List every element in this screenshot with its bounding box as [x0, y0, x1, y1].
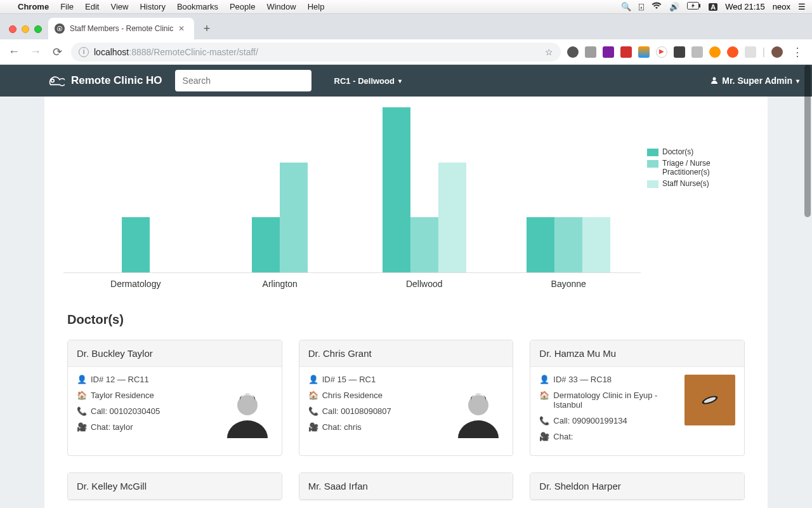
battery-icon[interactable] [687, 2, 701, 11]
chart-bar-group [527, 217, 610, 272]
chart-category-label: Dermatology [110, 279, 160, 289]
doctor-card[interactable]: Dr. Sheldon Harper [530, 472, 745, 500]
doctor-card[interactable]: Dr. Chris Grant👤ID# 15 — RC1🏠Chris Resid… [299, 340, 514, 456]
doctor-card[interactable]: Mr. Saad Irfan [299, 472, 514, 500]
site-info-icon[interactable]: i [79, 47, 89, 57]
doctor-chat: Chat: [553, 432, 573, 441]
staff-distribution-chart: DermatologyArlingtonDellwoodBayonne Doct… [63, 103, 749, 293]
video-icon: 🎥 [308, 422, 317, 432]
scrollbar[interactable] [804, 65, 811, 217]
extension-icon[interactable] [745, 46, 756, 58]
menu-edit[interactable]: Edit [85, 2, 99, 11]
tab-title: Staff Members - Remote Clinic [70, 24, 173, 33]
window-controls [5, 25, 48, 39]
chart-bar [554, 217, 582, 272]
window-minimize-button[interactable] [22, 25, 29, 33]
tab-strip: ⦿ Staff Members - Remote Clinic ✕ + [0, 14, 812, 39]
user-menu[interactable]: Mr. Super Admin ▾ [710, 76, 799, 86]
doctor-name: Dr. Kelley McGill [68, 473, 282, 500]
input-source-icon[interactable]: A [709, 3, 717, 11]
menu-bookmarks[interactable]: Bookmarks [177, 2, 218, 11]
system-tray: 🔍 ⌺ 🔊 A Wed 21:15 neox ☰ [621, 2, 806, 11]
chrome-window: ⦿ Staff Members - Remote Clinic ✕ + ← → … [0, 14, 812, 508]
extension-icon[interactable] [674, 46, 685, 58]
menu-help[interactable]: Help [308, 2, 325, 11]
window-zoom-button[interactable] [34, 25, 42, 33]
menu-people[interactable]: People [230, 2, 255, 11]
new-tab-button[interactable]: + [198, 20, 216, 37]
page-content: DermatologyArlingtonDellwoodBayonne Doct… [0, 97, 812, 508]
menu-view[interactable]: View [110, 2, 128, 11]
macos-menubar: Chrome File Edit View History Bookmarks … [0, 0, 812, 14]
extension-icon[interactable] [603, 46, 614, 58]
extension-icon[interactable] [585, 46, 596, 58]
extension-icon[interactable] [638, 46, 650, 58]
volume-icon[interactable]: 🔊 [669, 2, 679, 11]
location-selector[interactable]: RC1 - Dellwood ▾ [334, 76, 402, 86]
extension-icon[interactable] [709, 46, 721, 58]
wifi-icon[interactable] [652, 2, 662, 11]
menu-file[interactable]: File [60, 2, 74, 11]
chart-bar [383, 107, 410, 272]
extension-icon[interactable] [727, 46, 738, 58]
brand[interactable]: Remote Clinic HO [44, 73, 162, 88]
extension-icon[interactable] [620, 46, 632, 58]
back-button[interactable]: ← [6, 45, 22, 58]
chart-category-label: Arlington [263, 279, 298, 289]
chrome-menu-button[interactable]: ⋮ [789, 45, 806, 59]
doctor-name: Dr. Chris Grant [299, 340, 513, 367]
spotlight-icon[interactable]: 🔍 [621, 2, 631, 11]
control-icon[interactable]: ⌺ [639, 2, 644, 11]
chart-bar [438, 163, 466, 272]
chart-bar-group [252, 163, 308, 272]
profile-avatar-icon[interactable] [771, 46, 783, 58]
doctor-card[interactable]: Dr. Hamza Mu Mu👤ID# 33 — RC18🏠Dermatolog… [530, 340, 745, 456]
doctor-chat: Chat: taylor [91, 422, 133, 432]
clock[interactable]: Wed 21:15 [725, 2, 765, 11]
omnibox[interactable]: i localhost:8888/RemoteClinic-master/sta… [71, 43, 561, 62]
menu-history[interactable]: History [140, 2, 165, 11]
chart-bar-group [383, 107, 466, 272]
brand-title: Remote Clinic HO [71, 74, 162, 87]
window-close-button[interactable] [9, 25, 16, 33]
forward-button[interactable]: → [28, 45, 43, 58]
doctors-grid: Dr. Buckley Taylor👤ID# 12 — RC11🏠Taylor … [44, 340, 768, 456]
doctors-grid-row2: Dr. Kelley McGillMr. Saad IrfanDr. Sheld… [44, 472, 768, 500]
doctor-card[interactable]: Dr. Kelley McGill [67, 472, 282, 500]
doctor-address: Chris Residence [322, 391, 383, 400]
bookmark-star-icon[interactable]: ☆ [545, 47, 553, 57]
extension-icon[interactable] [691, 46, 703, 58]
user-icon [710, 76, 718, 86]
chart-bar [582, 217, 610, 272]
extension-icon[interactable]: ▶ [656, 46, 667, 58]
menu-window[interactable]: Window [266, 2, 296, 11]
extension-icon[interactable] [567, 46, 579, 58]
video-icon: 🎥 [77, 422, 86, 432]
section-title: Doctor(s) [67, 312, 768, 327]
doctor-card[interactable]: Dr. Buckley Taylor👤ID# 12 — RC11🏠Taylor … [67, 340, 282, 456]
app-menu[interactable]: Chrome [18, 2, 49, 11]
search-box[interactable] [175, 70, 311, 91]
chart-category-label: Bayonne [551, 279, 586, 289]
doctor-chat: Chat: chris [322, 422, 362, 432]
doctor-call: Call: 090900199134 [553, 416, 627, 425]
chart-category-label: Dellwood [406, 279, 443, 289]
doctor-photo [684, 375, 735, 425]
doctor-name: Dr. Hamza Mu Mu [530, 340, 744, 367]
chart-plot-area: DermatologyArlingtonDellwoodBayonne [63, 103, 641, 273]
reload-button[interactable]: ⟳ [49, 45, 65, 59]
extensions: ▶ | [567, 46, 783, 58]
phone-icon: 📞 [539, 416, 548, 425]
user-icon: 👤 [77, 375, 86, 384]
browser-tab[interactable]: ⦿ Staff Members - Remote Clinic ✕ [48, 18, 194, 39]
content-card: DermatologyArlingtonDellwoodBayonne Doct… [44, 97, 768, 508]
page-viewport: Remote Clinic HO RC1 - Dellwood ▾ Mr. Su… [0, 65, 812, 508]
search-input[interactable] [183, 70, 304, 91]
notifications-icon[interactable]: ☰ [798, 2, 806, 11]
doctor-id: ID# 33 — RC18 [553, 375, 612, 384]
user-name[interactable]: neox [773, 2, 790, 11]
tab-close-button[interactable]: ✕ [178, 24, 185, 33]
chart-bar [410, 217, 438, 272]
chevron-down-icon: ▾ [796, 77, 799, 84]
user-name-label: Mr. Super Admin [722, 76, 792, 86]
